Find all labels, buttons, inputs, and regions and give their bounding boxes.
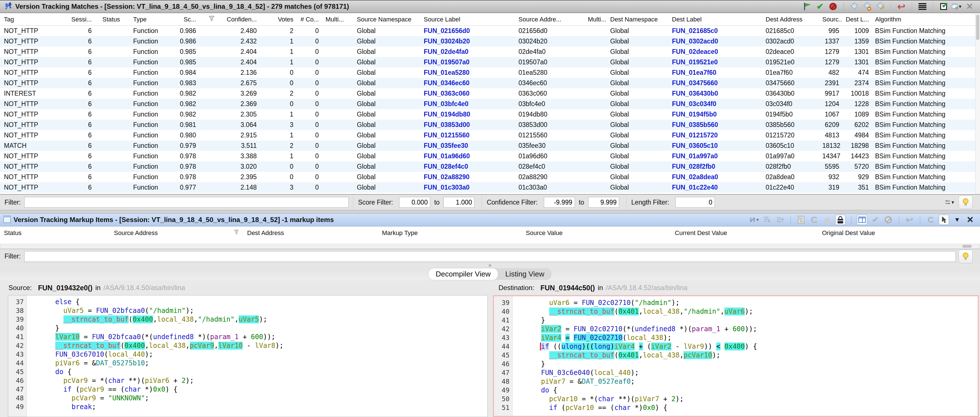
markup-horizontal-scrollbar[interactable] — [0, 244, 980, 249]
make-selection-icon[interactable] — [918, 2, 927, 11]
column-header[interactable]: Source Address — [110, 229, 243, 237]
match-row[interactable]: NOT_HTTP6Function0.9783.02000GlobalFUN_0… — [0, 161, 980, 172]
match-row[interactable]: NOT_HTTP6Function0.9822.36900GlobalFUN_0… — [0, 99, 980, 109]
match-row[interactable]: NOT_HTTP6Function0.9832.67500GlobalFUN_0… — [0, 78, 980, 88]
cell: 019507a0 — [514, 58, 584, 66]
c-icon[interactable]: C — [926, 215, 935, 224]
column-header[interactable]: Confiden... — [224, 16, 259, 23]
column-header[interactable]: Dest Label — [668, 16, 762, 23]
column-header[interactable]: Tag — [0, 16, 70, 23]
markup-filter-input[interactable] — [24, 251, 956, 262]
length-filter-input[interactable] — [675, 197, 715, 208]
matches-filter-input[interactable] — [24, 197, 349, 208]
column-header[interactable]: Dest Address — [762, 16, 822, 23]
destination-code-view[interactable]: 39404142434445464748495051 uVar6 = FUN_0… — [493, 295, 979, 417]
column-header[interactable]: Sourc... — [822, 16, 842, 23]
column-header[interactable]: Votes — [259, 16, 296, 23]
column-header[interactable]: Multi... — [321, 16, 351, 23]
filter-help-bulb-icon[interactable] — [959, 250, 973, 263]
match-row[interactable]: NOT_HTTP6Function0.9783.38810GlobalFUN_0… — [0, 151, 980, 161]
matches-vertical-scrollbar[interactable] — [975, 14, 980, 194]
cell: 0.977 — [168, 184, 199, 191]
column-header[interactable]: Status — [94, 16, 130, 23]
dropdown-caret[interactable]: ▼ — [952, 215, 962, 224]
column-header[interactable]: Status — [0, 229, 110, 237]
confidence-filter-min-input[interactable] — [544, 197, 575, 208]
reject-match-icon[interactable] — [828, 2, 838, 11]
remove-tag-icon[interactable] — [862, 2, 872, 11]
match-row[interactable]: NOT_HTTP6Function0.9772.14830GlobalFUN_0… — [0, 182, 980, 193]
cell: 6 — [70, 184, 94, 191]
match-row[interactable]: NOT_HTTP6Function0.9842.13600GlobalFUN_0… — [0, 67, 980, 78]
close-icon[interactable]: ✕ — [965, 2, 974, 11]
match-row[interactable]: NOT_HTTP6Function0.9862.43210GlobalFUN_0… — [0, 36, 980, 46]
undo-icon[interactable]: ↩ — [897, 2, 906, 11]
function-label-cell: FUN_0346ec60 — [420, 79, 514, 87]
match-row[interactable]: NOT_HTTP6Function0.9852.40410GlobalFUN_0… — [0, 57, 980, 67]
table-options-icon[interactable]: ▾ — [952, 2, 961, 11]
match-row[interactable]: NOT_HTTP6Function0.9802.91510GlobalFUN_0… — [0, 130, 980, 140]
undo-icon[interactable]: ↩ — [905, 215, 914, 224]
column-header[interactable]: Source Label — [420, 16, 514, 23]
column-header[interactable]: Dest L... — [842, 16, 872, 23]
close-icon[interactable]: ✕ — [965, 215, 975, 224]
function-label-cell: FUN_028ef4c0 — [420, 163, 514, 170]
column-header[interactable]: Source Namespace — [351, 16, 420, 23]
flag-tag-icon[interactable] — [802, 2, 812, 11]
column-header[interactable]: Algorithm — [872, 16, 980, 23]
reject-icon[interactable] — [883, 215, 893, 224]
match-row[interactable]: NOT_HTTP6Function0.9813.06430GlobalFUN_0… — [0, 119, 980, 130]
function-label-cell: FUN_01215720 — [668, 132, 762, 139]
next-previous-icon[interactable]: ▾ — [749, 215, 759, 224]
cursor-icon[interactable] — [939, 215, 949, 225]
tab-decompiler-view[interactable]: Decompiler View — [428, 268, 498, 280]
constant-markup-icon[interactable]: C — [809, 215, 819, 224]
match-row[interactable]: MATCH6Function0.9793.51120GlobalFUN_035f… — [0, 140, 980, 151]
cell: 0 — [296, 142, 321, 150]
column-header[interactable]: Sc... — [168, 16, 199, 23]
column-header[interactable]: # Co... — [296, 16, 321, 23]
binary-markup-icon[interactable]: 1001 — [796, 215, 806, 224]
cell: Function — [130, 121, 168, 129]
filter-funnel-icon[interactable] — [199, 15, 224, 24]
match-row[interactable]: INTEREST6Function0.9823.26920GlobalFUN_0… — [0, 88, 980, 99]
column-header[interactable]: Original Dest Value — [818, 229, 980, 237]
cell: MATCH — [0, 142, 70, 150]
match-row[interactable]: NOT_HTTP6Function0.9782.39500GlobalFUN_0… — [0, 172, 980, 182]
match-row[interactable]: NOT_HTTP6Function0.9862.48020GlobalFUN_0… — [0, 25, 980, 36]
cell: 0 — [259, 79, 296, 87]
edit-tag-icon[interactable] — [875, 2, 885, 11]
apply-markup-icon[interactable]: ✔ — [939, 2, 948, 11]
lock-icon[interactable] — [835, 215, 845, 225]
cell: Global — [608, 152, 668, 160]
column-header[interactable]: Multi... — [584, 16, 608, 23]
column-header[interactable]: Dest Address — [243, 229, 378, 237]
column-header[interactable]: Current Dest Value — [671, 229, 818, 237]
accept-match-icon[interactable]: ✔ — [815, 2, 825, 11]
column-header[interactable]: Markup Type — [378, 229, 522, 237]
diamond-markup-icon[interactable]: ◆ — [822, 215, 832, 224]
matches-table[interactable]: NOT_HTTP6Function0.9862.48020GlobalFUN_0… — [0, 25, 980, 194]
markup-table-body[interactable] — [0, 239, 980, 244]
source-code-view[interactable]: 37383940414243444546474849 else { uVar5 … — [8, 295, 488, 417]
code-line: if (pcVar10 == (char *)0x0) { — [517, 403, 978, 412]
confidence-filter-max-input[interactable] — [588, 197, 619, 208]
dual-view-icon[interactable] — [857, 215, 867, 225]
score-filter-max-input[interactable] — [444, 197, 474, 208]
apply-markup-down-icon[interactable] — [762, 215, 772, 224]
column-header[interactable]: Source Addre... — [514, 16, 584, 23]
filter-options-icon[interactable]: ▾ — [945, 197, 954, 207]
match-row[interactable]: NOT_HTTP6Function0.9852.40410GlobalFUN_0… — [0, 46, 980, 57]
column-header[interactable]: Source Value — [522, 229, 671, 237]
tag-icon[interactable] — [850, 2, 859, 11]
apply-icon[interactable]: ✔ — [870, 215, 880, 224]
column-header[interactable]: Dest Namespace — [608, 16, 668, 23]
score-filter-min-input[interactable] — [399, 197, 430, 208]
tab-listing-view[interactable]: Listing View — [498, 268, 552, 280]
column-header[interactable]: Sessi... — [70, 16, 94, 23]
match-row[interactable]: NOT_HTTP6Function0.9822.30510GlobalFUN_0… — [0, 109, 980, 119]
apply-markup-up-icon[interactable] — [775, 215, 785, 224]
column-header[interactable]: Type — [130, 16, 168, 23]
view-splitter[interactable] — [0, 264, 980, 267]
filter-help-bulb-icon[interactable] — [959, 196, 973, 209]
